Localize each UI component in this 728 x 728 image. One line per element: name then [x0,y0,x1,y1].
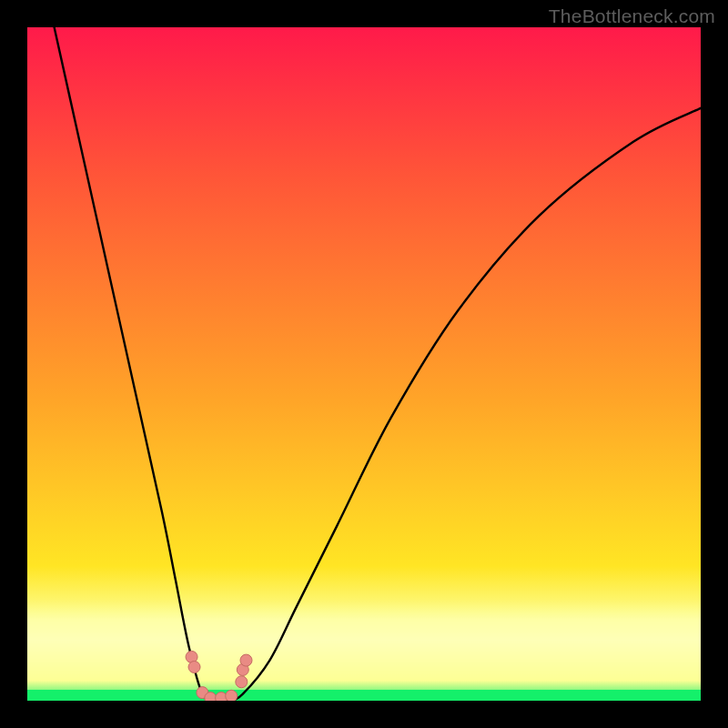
curve-marker [236,676,248,688]
plot-area [27,27,701,701]
watermark-text: TheBottleneck.com [549,5,715,27]
curve-marker [205,693,217,701]
curve-marker [188,662,200,673]
chart-stage: TheBottleneck.com [0,0,728,728]
bottleneck-curve [55,27,701,701]
curve-marker [240,654,252,666]
curve-marker [226,690,238,701]
curve-layer [27,27,701,701]
